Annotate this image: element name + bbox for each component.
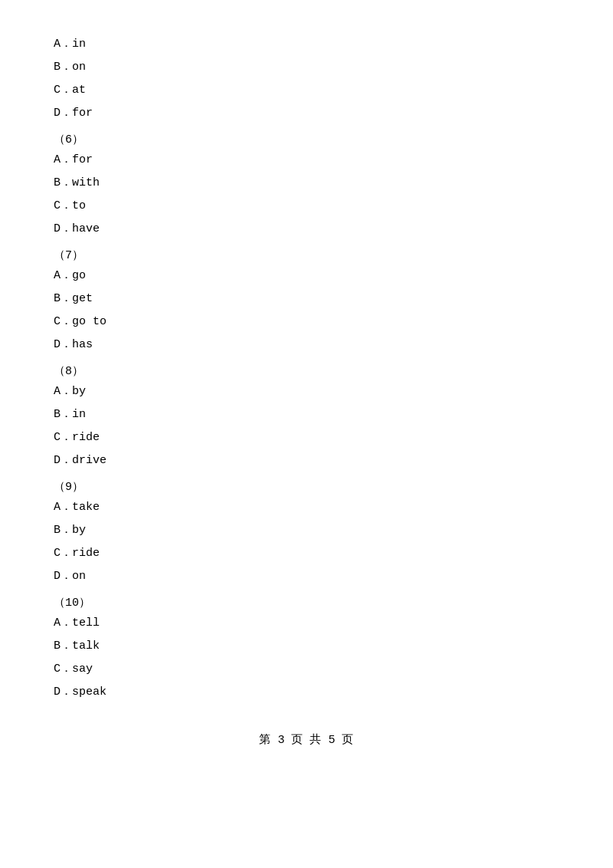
question-9: （9） A．take B．by C．ride D．on [54, 479, 559, 586]
option-7c: C．go to [54, 313, 559, 331]
option-8c: C．ride [54, 429, 559, 447]
option-10c: C．say [54, 660, 559, 679]
option-9d: D．on [54, 567, 559, 586]
question-7: （7） A．go B．get C．go to D．has [54, 248, 559, 354]
question-8: （8） A．by B．in C．ride D．drive [54, 363, 559, 470]
question-8-number: （8） [54, 363, 559, 378]
option-6c: C．to [54, 197, 559, 215]
question-10: （10） A．tell B．talk C．say D．speak [54, 595, 559, 702]
question-5-options: A．in B．on C．at D．for [54, 35, 559, 123]
option-10b: B．talk [54, 637, 559, 656]
option-9b: B．by [54, 521, 559, 540]
page-footer: 第 3 页 共 5 页 [54, 732, 559, 747]
option-7d: D．has [54, 336, 559, 354]
page-footer-text: 第 3 页 共 5 页 [259, 734, 353, 747]
option-7a: A．go [54, 267, 559, 285]
question-6-number: （6） [54, 132, 559, 146]
question-10-number: （10） [54, 595, 559, 610]
option-5d: D．for [54, 104, 559, 123]
option-8d: D．drive [54, 452, 559, 470]
option-10a: A．tell [54, 614, 559, 633]
option-9c: C．ride [54, 544, 559, 563]
option-5a: A．in [54, 35, 559, 54]
question-9-number: （9） [54, 479, 559, 494]
option-8b: B．in [54, 406, 559, 424]
option-5c: C．at [54, 81, 559, 100]
option-6d: D．have [54, 220, 559, 238]
option-5b: B．on [54, 58, 559, 77]
option-6a: A．for [54, 151, 559, 169]
option-6b: B．with [54, 174, 559, 192]
option-8a: A．by [54, 383, 559, 401]
question-7-number: （7） [54, 248, 559, 262]
question-6: （6） A．for B．with C．to D．have [54, 132, 559, 238]
option-9a: A．take [54, 498, 559, 517]
page-content: A．in B．on C．at D．for （6） A．for B．with C．… [54, 35, 559, 747]
option-7b: B．get [54, 290, 559, 308]
option-10d: D．speak [54, 683, 559, 702]
